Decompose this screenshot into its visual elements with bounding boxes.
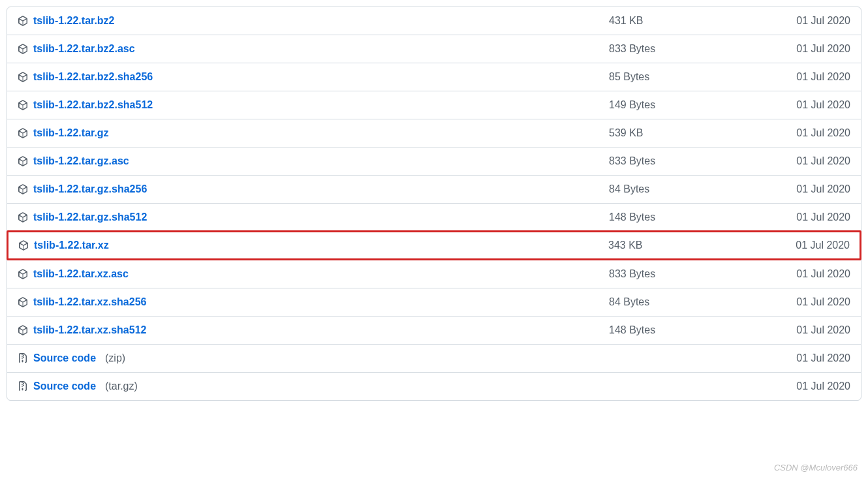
asset-size: 833 Bytes — [609, 43, 772, 55]
asset-row: Source code(tar.gz)01 Jul 2020 — [7, 372, 861, 400]
package-icon — [18, 156, 28, 166]
package-icon — [18, 16, 28, 26]
asset-name-cell: tslib-1.22.tar.xz.sha512 — [18, 324, 609, 336]
asset-name-cell: tslib-1.22.tar.bz2.sha256 — [18, 71, 609, 83]
asset-size: 343 KB — [608, 240, 771, 251]
asset-size: 148 Bytes — [609, 324, 772, 336]
asset-download-link[interactable]: tslib-1.22.tar.xz.asc — [33, 268, 129, 280]
asset-row: tslib-1.22.tar.xz.asc833 Bytes01 Jul 202… — [7, 260, 861, 288]
asset-row: tslib-1.22.tar.bz2.sha512149 Bytes01 Jul… — [7, 91, 861, 119]
asset-date: 01 Jul 2020 — [772, 71, 850, 83]
package-icon — [18, 184, 28, 194]
asset-name-cell: tslib-1.22.tar.bz2 — [18, 15, 609, 27]
asset-row: tslib-1.22.tar.bz2.asc833 Bytes01 Jul 20… — [7, 35, 861, 63]
asset-date: 01 Jul 2020 — [772, 155, 850, 167]
asset-size: 84 Bytes — [609, 183, 772, 195]
release-assets-list: tslib-1.22.tar.bz2431 KB01 Jul 2020tslib… — [7, 7, 861, 401]
asset-row: tslib-1.22.tar.gz.sha25684 Bytes01 Jul 2… — [7, 175, 861, 203]
asset-name-cell: tslib-1.22.tar.xz.asc — [18, 268, 609, 280]
asset-download-link[interactable]: tslib-1.22.tar.bz2 — [33, 15, 115, 27]
asset-date: 01 Jul 2020 — [772, 380, 850, 392]
asset-date: 01 Jul 2020 — [772, 183, 850, 195]
asset-download-link[interactable]: tslib-1.22.tar.xz.sha512 — [33, 324, 146, 336]
asset-date: 01 Jul 2020 — [772, 15, 850, 27]
asset-name-cell: tslib-1.22.tar.bz2.asc — [18, 43, 609, 55]
asset-name-cell: Source code(tar.gz) — [18, 380, 609, 392]
zip-icon — [18, 381, 28, 392]
asset-date: 01 Jul 2020 — [772, 268, 850, 280]
asset-download-link[interactable]: Source code — [33, 352, 96, 364]
asset-name-cell: tslib-1.22.tar.xz.sha256 — [18, 296, 609, 308]
asset-size: 833 Bytes — [609, 268, 772, 280]
asset-download-link[interactable]: tslib-1.22.tar.gz.asc — [33, 155, 129, 167]
asset-date: 01 Jul 2020 — [772, 352, 850, 364]
package-icon — [18, 212, 28, 223]
asset-date: 01 Jul 2020 — [772, 296, 850, 308]
asset-date: 01 Jul 2020 — [772, 99, 850, 111]
asset-size: 148 Bytes — [609, 211, 772, 223]
asset-row: tslib-1.22.tar.xz343 KB01 Jul 2020 — [7, 230, 861, 260]
asset-size: 84 Bytes — [609, 296, 772, 308]
asset-download-link[interactable]: tslib-1.22.tar.gz.sha256 — [33, 183, 147, 195]
asset-name-cell: tslib-1.22.tar.gz.sha256 — [18, 183, 609, 195]
asset-name-cell: tslib-1.22.tar.gz.sha512 — [18, 211, 609, 223]
asset-download-link[interactable]: tslib-1.22.tar.bz2.sha512 — [33, 99, 153, 111]
asset-date: 01 Jul 2020 — [772, 127, 850, 139]
package-icon — [18, 100, 28, 110]
zip-icon — [18, 353, 28, 363]
asset-download-link[interactable]: Source code — [33, 380, 96, 392]
asset-row: tslib-1.22.tar.gz.asc833 Bytes01 Jul 202… — [7, 147, 861, 175]
asset-date: 01 Jul 2020 — [772, 43, 850, 55]
package-icon — [18, 269, 28, 279]
asset-row: tslib-1.22.tar.gz.sha512148 Bytes01 Jul … — [7, 203, 861, 231]
asset-download-link[interactable]: tslib-1.22.tar.xz.sha256 — [33, 296, 146, 308]
asset-download-link[interactable]: tslib-1.22.tar.bz2.asc — [33, 43, 135, 55]
asset-size: 833 Bytes — [609, 155, 772, 167]
package-icon — [18, 240, 29, 251]
asset-download-link[interactable]: tslib-1.22.tar.xz — [34, 240, 109, 251]
package-icon — [18, 72, 28, 82]
asset-row: tslib-1.22.tar.xz.sha25684 Bytes01 Jul 2… — [7, 288, 861, 316]
package-icon — [18, 128, 28, 138]
asset-size: 539 KB — [609, 127, 772, 139]
asset-size: 85 Bytes — [609, 71, 772, 83]
asset-name-cell: tslib-1.22.tar.xz — [18, 240, 608, 251]
asset-download-link[interactable]: tslib-1.22.tar.bz2.sha256 — [33, 71, 153, 83]
asset-name-cell: tslib-1.22.tar.bz2.sha512 — [18, 99, 609, 111]
asset-row: Source code(zip)01 Jul 2020 — [7, 344, 861, 372]
asset-download-link[interactable]: tslib-1.22.tar.gz — [33, 127, 109, 139]
asset-archive-ext: (zip) — [105, 352, 125, 364]
asset-name-cell: Source code(zip) — [18, 352, 609, 364]
asset-row: tslib-1.22.tar.bz2431 KB01 Jul 2020 — [7, 7, 861, 35]
asset-date: 01 Jul 2020 — [772, 211, 850, 223]
package-icon — [18, 44, 28, 54]
asset-archive-ext: (tar.gz) — [105, 380, 138, 392]
asset-date: 01 Jul 2020 — [772, 324, 850, 336]
package-icon — [18, 325, 28, 335]
asset-row: tslib-1.22.tar.gz539 KB01 Jul 2020 — [7, 119, 861, 147]
asset-size: 149 Bytes — [609, 99, 772, 111]
asset-row: tslib-1.22.tar.xz.sha512148 Bytes01 Jul … — [7, 316, 861, 344]
asset-row: tslib-1.22.tar.bz2.sha25685 Bytes01 Jul … — [7, 63, 861, 91]
asset-date: 01 Jul 2020 — [771, 240, 850, 251]
asset-name-cell: tslib-1.22.tar.gz — [18, 127, 609, 139]
asset-download-link[interactable]: tslib-1.22.tar.gz.sha512 — [33, 211, 147, 223]
asset-size: 431 KB — [609, 15, 772, 27]
asset-name-cell: tslib-1.22.tar.gz.asc — [18, 155, 609, 167]
package-icon — [18, 297, 28, 307]
